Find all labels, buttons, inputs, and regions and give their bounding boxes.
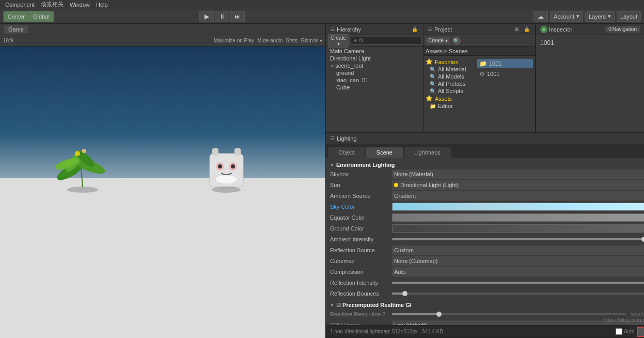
ambient-source-value[interactable]: Gradient: [392, 191, 644, 201]
ground-color-bar-container: [392, 224, 644, 233]
pause-button[interactable]: ⏸: [215, 11, 229, 22]
compression-value[interactable]: Auto: [392, 267, 644, 276]
project-asset-items: 📁 1001 ⚙ 1001: [477, 59, 533, 79]
step-button[interactable]: ⏭: [230, 11, 245, 22]
lighting-tabs: Object Scene Lightmaps: [326, 144, 644, 158]
svg-rect-14: [212, 148, 218, 156]
skybox-value[interactable]: None (Material): [392, 170, 644, 179]
env-section-header[interactable]: ▼ Environment Lighting: [330, 162, 644, 168]
menu-scene[interactable]: 场景相关: [38, 1, 67, 8]
project-search-icon[interactable]: 🔍: [452, 37, 461, 45]
game-tab[interactable]: Game: [4, 25, 28, 34]
lighting-tab-scene[interactable]: Scene: [366, 147, 403, 158]
gizmos-btn[interactable]: Gizmos ▾: [301, 38, 322, 43]
lighting-tab-lightmaps[interactable]: Lightmaps: [404, 147, 451, 158]
reflection-intensity-slider-fill: [392, 282, 644, 284]
cubemap-value[interactable]: None (Cubemap): [392, 256, 644, 266]
build-button[interactable]: Build: [637, 327, 644, 337]
hierarchy-item-cube[interactable]: Cube: [326, 84, 423, 91]
hierarchy-item-xiao-cao[interactable]: xiao_cao_01: [326, 76, 423, 84]
project-all-prefabs[interactable]: 🔍 All Prefabs: [423, 80, 475, 87]
svg-point-13: [231, 164, 235, 168]
project-breadcrumb: [463, 36, 533, 45]
hierarchy-item-directional-light[interactable]: Directional Light: [326, 55, 423, 62]
cloud-button[interactable]: ☁: [533, 11, 548, 22]
sun-dot-icon: [394, 183, 398, 187]
ground-color-swatch[interactable]: [392, 224, 644, 233]
realtime-resolution-label: Realtime Resolution 2: [330, 311, 392, 317]
project-1001-file[interactable]: ⚙ 1001: [477, 69, 533, 79]
project-header: ☰ Project ⊞ 🔒: [423, 24, 535, 35]
reflection-intensity-row: Reflection Intensity 1: [330, 278, 644, 288]
project-toolbar: Create ▾ 🔍: [423, 35, 535, 47]
project-1001-folder[interactable]: 📁 1001: [477, 59, 533, 68]
hierarchy-item-main-camera[interactable]: Main Camera: [326, 48, 423, 55]
menu-window[interactable]: Window: [67, 2, 93, 8]
equator-color-label: Equator Color: [330, 214, 392, 221]
hierarchy-search-input[interactable]: [351, 37, 421, 45]
hierarchy-create-btn[interactable]: Create ▾: [328, 34, 349, 48]
assets-header[interactable]: ⭐ Assets: [423, 95, 475, 102]
favorites-header[interactable]: ⭐ Favorites: [423, 58, 475, 66]
svg-point-7: [82, 149, 86, 153]
project-create-btn[interactable]: Create ▾: [426, 37, 450, 44]
breadcrumb-scenes[interactable]: Scenes: [449, 48, 468, 54]
layers-dropdown[interactable]: Layers ▾: [585, 11, 615, 22]
svg-point-8: [67, 187, 98, 193]
project-editor[interactable]: 📁 Editor: [423, 102, 475, 110]
auto-checkbox-label[interactable]: Auto: [616, 328, 635, 335]
inspector-panel: ● Inspector 0 Navigation 1001: [536, 24, 644, 132]
mute-btn[interactable]: Mute audio: [257, 38, 282, 43]
menu-component[interactable]: Component: [2, 2, 38, 8]
panels-top: ☰ Hierarchy 🔒 Create ▾ Main Camera Direc…: [325, 24, 644, 132]
ambient-intensity-row: Ambient Intensity 0.962: [330, 234, 644, 244]
sky-color-swatch[interactable]: [392, 203, 644, 211]
hierarchy-item-scene-root[interactable]: scene_root: [326, 62, 423, 69]
ambient-intensity-slider-thumb[interactable]: [641, 237, 644, 242]
project-icon-2[interactable]: 🔒: [523, 25, 531, 34]
stats-btn[interactable]: Stats: [286, 38, 298, 43]
realtime-resolution-thumb[interactable]: [436, 312, 442, 317]
sun-value[interactable]: Directional Light (Light): [392, 180, 644, 190]
cpu-usage-value[interactable]: Low (default): [392, 320, 644, 325]
lighting-footer-controls: Auto Build: [616, 327, 644, 337]
equator-color-swatch[interactable]: [392, 213, 644, 222]
breadcrumb-assets[interactable]: Assets: [426, 48, 443, 54]
hierarchy-panel: ☰ Hierarchy 🔒 Create ▾ Main Camera Direc…: [325, 24, 423, 132]
project-all-scripts[interactable]: 🔍 All Scripts: [423, 87, 475, 95]
reflection-source-value[interactable]: Custom: [392, 245, 644, 255]
global-button[interactable]: Global: [29, 11, 54, 22]
ambient-intensity-slider-container: [392, 238, 644, 240]
account-dropdown[interactable]: Account ▾: [550, 11, 583, 22]
project-tree: ⭐ Favorites 🔍 All Material 🔍 All Models …: [423, 57, 475, 131]
realtime-resolution-unit: texels per unit: [631, 312, 644, 317]
cpu-usage-row: CPU Usage Low (default) ▾: [330, 320, 644, 325]
lighting-panel: ☰ Lighting ▪▪ ✕ Object Scene Lightmaps: [325, 132, 644, 338]
inspector-panel-icons: 0 Navigation: [605, 26, 640, 33]
play-button[interactable]: ▶: [199, 11, 214, 22]
project-panel: ☰ Project ⊞ 🔒 Create ▾ 🔍: [423, 24, 536, 132]
project-icon-1[interactable]: ⊞: [512, 25, 521, 34]
hierarchy-lock-icon[interactable]: 🔒: [411, 25, 419, 34]
navigation-tab[interactable]: 0 Navigation: [605, 26, 640, 33]
reflection-bounces-row: Reflection Bounces 1: [330, 288, 644, 299]
hierarchy-item-ground[interactable]: ground: [326, 69, 423, 76]
project-all-material[interactable]: 🔍 All Material: [423, 66, 475, 73]
ambient-intensity-slider-fill: [392, 238, 644, 240]
inspector-header: ● Inspector 0 Navigation: [536, 24, 644, 35]
game-canvas: [0, 47, 325, 338]
game-panel: Game 16:9 Maximize on Play Mute audio St…: [0, 24, 325, 338]
aspect-dropdown[interactable]: 16:9: [3, 38, 13, 43]
reflection-intensity-slider-track: [392, 282, 644, 284]
lighting-body: ▼ Environment Lighting Skybox None (Mate…: [326, 158, 644, 325]
ambient-source-row: Ambient Source Gradient ▾: [330, 191, 644, 201]
auto-checkbox[interactable]: [616, 328, 622, 335]
menu-help[interactable]: Help: [93, 2, 111, 8]
project-all-models[interactable]: 🔍 All Models: [423, 73, 475, 80]
reflection-bounces-slider-thumb[interactable]: [402, 291, 407, 296]
layout-dropdown[interactable]: Layout: [617, 11, 641, 22]
maximize-btn[interactable]: Maximize on Play: [214, 38, 254, 43]
center-button[interactable]: Center: [4, 11, 29, 22]
lighting-tab-object[interactable]: Object: [328, 147, 365, 158]
precomputed-section-header[interactable]: ▼ ☑ Precomputed Realtime GI: [330, 302, 644, 308]
